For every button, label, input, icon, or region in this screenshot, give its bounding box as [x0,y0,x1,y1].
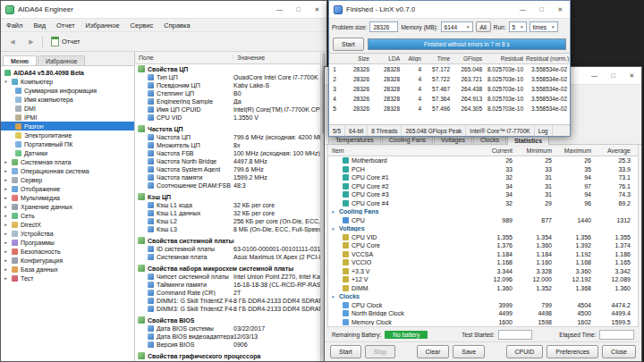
table-row[interactable]: Частота North Bridge4497.8 MHz [135,157,320,165]
table-row[interactable]: Чипсет системной платыIntel Union Point … [135,273,320,281]
table-row[interactable]: Версия BIOS0906 [135,341,320,349]
report-button[interactable]: Отчет [46,35,86,49]
run-units-select[interactable]: times▾ [530,21,558,32]
chevron-right-icon: ▸ [3,177,9,182]
tab-menu[interactable]: Меню [3,55,37,65]
sidebar-item-computer[interactable]: ▾Компьютер [1,77,134,86]
sidebar-item-devices[interactable]: ▸Устройства [1,229,134,238]
table-row[interactable]: Дата BIOS видеоадаптера12/03/13 [135,333,320,341]
table-row[interactable]: Тип ЦПQuadCore Intel Core i7-7700K [135,73,320,81]
sidebar-item-os[interactable]: ▸Операционная система [1,166,134,175]
menu-item-4[interactable]: Сервис [125,21,159,29]
sidebar-item-network[interactable]: ▸Сеть [1,211,134,220]
minimize-icon[interactable]: — [270,1,289,18]
minimize-icon[interactable]: — [513,1,532,18]
sidebar-item-motherboard[interactable]: ▸Системная плата [1,157,134,166]
start-button[interactable]: Start [330,345,361,358]
start-button[interactable]: Start [333,38,364,51]
close-icon[interactable]: ✕ [623,67,641,84]
log-button[interactable]: Log [535,125,553,136]
sidebar-item-programs[interactable]: ▸Программы [1,238,134,247]
problem-size-input[interactable]: 28326 [369,21,398,32]
table-row[interactable]: Кэш L38 МБ (On-Die, ECC, Full-Speed) [135,225,320,233]
table-row[interactable]: Частота FSB100 MHz (исходная: 100 MHz) [135,149,320,157]
table-row[interactable]: Command Rate (CR)2T [135,289,320,297]
maximize-icon[interactable]: □ [604,67,623,84]
aida-titlebar[interactable]: AIDA64 Engineer — □ ✕ [1,1,326,19]
table-row[interactable]: Степпинг ЦПB0 [135,89,320,97]
field-cell: Дата BIOS видеоадаптера [135,333,233,340]
table-row[interactable]: Тайминги памяти16-18-18-38 (CL-RCD-RP-RA… [135,281,320,289]
table-row[interactable]: CPU VID1.3550 V [135,114,320,122]
table-row[interactable]: Множитель ЦП8x [135,141,320,149]
save-button[interactable]: Save [453,345,485,358]
sidebar-item-config[interactable]: ▸Конфигурация [1,256,134,265]
sidebar-item-power[interactable]: Электропитание [1,130,134,139]
maximize-icon[interactable]: □ [532,1,551,18]
sidebar-item-database[interactable]: ▸База данных [1,265,134,274]
sidebar-item-directx[interactable]: ▸DirectX [1,220,134,229]
sidebar-item-ipmi[interactable]: IPMI [1,113,134,122]
menu-item-3[interactable]: Избранное [80,21,125,29]
menu-item-0[interactable]: Файл [1,21,28,29]
table-row[interactable]: DIMM3: G Skill TridentZ F4-3...8 ГБ DDR4… [135,305,320,313]
table-row[interactable]: Частота System Agent799.6 MHz [135,165,320,173]
field-label: Версия BIOS [157,341,194,348]
table-row[interactable]: Кэш L2256 КБ per core (On-Die, ECC, Full… [135,217,320,225]
table-row[interactable]: Имя ЦП CPUIDIntel(R) Core(TM) i7-7700K C… [135,105,320,114]
run-count-select[interactable]: 5▾ [509,21,527,32]
cpuid-button[interactable]: CPUID [506,345,544,358]
table-row[interactable]: Псевдоним ЦПKaby Lake-S [135,81,320,89]
sidebar-item-multimedia[interactable]: ▸Мультимедиа [1,193,134,202]
content-rows: Свойства ЦПТип ЦПQuadCore Intel Core i7-… [135,64,320,361]
sidebar-item-server[interactable]: ▸Сервер [1,175,134,184]
result-cell: 28328 [372,105,402,112]
sidebar-item-computer-name[interactable]: Имя компьютера [1,95,134,104]
preferences-button[interactable]: Preferences [547,345,598,358]
statistics-rows: Motherboard26252625.3PCH33333533.9CPU Co… [328,156,638,326]
memory-select[interactable]: 6144▾ [441,21,473,32]
value-cell: 32 КБ per core [233,210,320,216]
table-row[interactable]: Engineering SampleДа [135,97,320,105]
tab-favorites[interactable]: Избранное [38,55,85,65]
stat-label: North Bridge Clock [352,310,404,316]
sidebar-item-sensors[interactable]: Датчики [1,148,134,157]
forward-icon[interactable]: ▶ [23,35,39,49]
menu-item-5[interactable]: Справка [158,21,195,29]
table-row[interactable]: Кэш L1 данных32 КБ per core [135,209,320,217]
close-button[interactable]: Close [602,345,636,358]
sidebar-item-dmi[interactable]: DMI [1,104,134,113]
table-row[interactable]: Дата BIOS системы03/22/2017 [135,324,320,333]
sidebar-item-summary[interactable]: Суммарная информация [1,86,134,95]
sidebar-item-overclock[interactable]: Разгон [1,122,134,130]
clear-button[interactable]: Clear [417,345,450,358]
linx-titlebar[interactable]: Finished - LinX v0.7.0 — □ ✕ [329,1,570,19]
table-row[interactable]: Соотношение DRAM:FSB48:3 [135,181,320,189]
all-memory-button[interactable]: All [476,21,491,32]
aida-logo-icon [4,70,11,76]
table-row[interactable]: Системная платаAsus Maximus IX Apex (2 P… [135,253,320,261]
menu-item-1[interactable]: Вид [28,21,51,29]
sidebar-item-security[interactable]: ▸Безопасность [1,247,134,256]
stop-button[interactable]: Stop [365,345,395,358]
stat-item-cell: Memory Clock [328,319,480,325]
maximize-icon[interactable]: □ [289,1,308,18]
linx-window: Finished - LinX v0.7.0 — □ ✕ Problem siz… [328,0,571,137]
sidebar-item-benchmark[interactable]: ▸Тест [1,274,134,282]
table-row[interactable]: ID системной платы63-0100-000001-0010111… [135,245,320,253]
table-row[interactable]: Кэш L1 кода32 КБ per core [135,201,320,209]
minimize-icon[interactable]: — [585,67,604,84]
back-icon[interactable]: ◀ [4,35,21,49]
field-cell: Частота FSB [135,150,233,156]
table-row[interactable]: DIMM1: G Skill TridentZ F4-3...8 ГБ DDR4… [135,297,320,305]
menu-item-2[interactable]: Отчет [51,21,80,29]
sidebar-item-display[interactable]: ▸Отображение [1,184,134,193]
sidebar-item-storage[interactable]: ▸Хранение данных [1,202,134,211]
result-cell: 1 [329,66,340,72]
table-row[interactable]: Частота памяти1599.2 MHz [135,173,320,181]
table-row[interactable]: Частота ЦП799.6 MHz (исходная: 4200 MHz) [135,133,320,141]
sidebar-item-laptop[interactable]: Портативный ПК [1,139,134,148]
close-icon[interactable]: ✕ [551,1,570,18]
close-icon[interactable]: ✕ [308,1,326,18]
stat-value: 1.352 [520,285,559,291]
